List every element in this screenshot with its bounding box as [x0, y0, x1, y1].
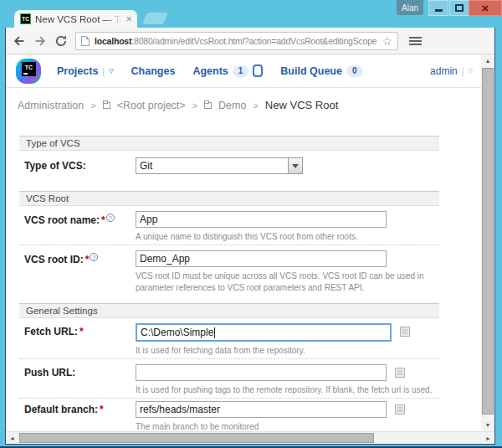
- default-branch-input[interactable]: refs/heads/master: [136, 401, 387, 418]
- horizontal-scrollbar[interactable]: ◄ ►: [6, 431, 494, 444]
- vertical-scrollbar[interactable]: ▲ ▼: [481, 54, 494, 431]
- nav-separator: |: [102, 66, 105, 76]
- menu-icon[interactable]: [409, 37, 422, 45]
- scroll-right-icon[interactable]: ►: [482, 432, 494, 444]
- breadcrumb-demo[interactable]: Demo: [218, 100, 246, 111]
- breadcrumb-separator: >: [192, 100, 197, 111]
- browser-window: Alan × TC New VCS Root — TeamCit × local…: [0, 0, 502, 448]
- forward-icon: [33, 34, 47, 48]
- vcs-root-name-label: VCS root name:*?: [19, 211, 136, 243]
- section-header-general-settings: General Settings: [19, 303, 439, 318]
- user-separator: |: [462, 66, 464, 76]
- horizontal-scrollbar-thumb[interactable]: [19, 433, 374, 443]
- type-of-vcs-label: Type of VCS:: [19, 157, 136, 174]
- vertical-scrollbar-thumb[interactable]: [482, 68, 494, 415]
- nav-changes[interactable]: Changes: [131, 65, 176, 77]
- page-viewport: TC Projects | ▽ Changes Agents 1: [6, 54, 494, 444]
- vcs-root-id-input[interactable]: Demo_App: [136, 250, 387, 267]
- required-asterisk: *: [85, 254, 90, 265]
- url-host: localhost: [95, 36, 131, 46]
- chevron-down-icon[interactable]: ▽: [109, 68, 113, 75]
- page-title: New VCS Root: [265, 99, 338, 111]
- vcs-root-name-row: VCS root name:*? App A unique name to di…: [19, 206, 439, 245]
- nav-agents-label: Agents: [192, 65, 228, 77]
- reload-icon: [54, 34, 68, 48]
- push-url-row: Push URL: It is used for pushing tags to…: [19, 358, 439, 398]
- tab-close-icon[interactable]: ×: [126, 13, 132, 24]
- select-dropdown-button[interactable]: [288, 158, 302, 173]
- teamcity-header: TC Projects | ▽ Changes Agents 1: [6, 54, 494, 88]
- vcs-root-name-hint: A unique name to distinguish this VCS ro…: [136, 231, 439, 243]
- close-button[interactable]: ×: [469, 0, 502, 16]
- fetch-url-hint: It is used for fetching data from the re…: [136, 345, 439, 357]
- back-button[interactable]: [13, 34, 26, 48]
- back-icon: [13, 34, 26, 48]
- scroll-up-icon[interactable]: ▲: [481, 54, 494, 67]
- type-of-vcs-value: Git: [136, 158, 288, 173]
- build-queue-count-badge: 0: [346, 65, 363, 77]
- user-menu[interactable]: admin | ▽: [430, 65, 473, 77]
- push-url-input[interactable]: [136, 364, 387, 381]
- project-icon: [103, 102, 110, 109]
- vcs-root-name-input[interactable]: App: [136, 211, 387, 228]
- vcs-root-id-hint-line2: parameter references to VCS root paramet…: [136, 282, 439, 294]
- maximize-button[interactable]: [449, 0, 469, 16]
- browser-client-area: localhost:8080/admin/editVcsRoot.html?ac…: [5, 28, 495, 445]
- nav-agents[interactable]: Agents 1: [192, 64, 263, 77]
- teamcity-logo[interactable]: TC: [16, 59, 41, 84]
- help-icon[interactable]: ?: [90, 253, 98, 261]
- help-icon[interactable]: ?: [106, 214, 115, 222]
- browser-toolbar: localhost:8080/admin/editVcsRoot.html?ac…: [6, 28, 494, 54]
- tab-title: New VCS Root — TeamCit: [35, 14, 121, 24]
- fetch-url-row: Fetch URL:* C:\Demo\Simple It is used fo…: [19, 318, 439, 358]
- reload-button[interactable]: [54, 34, 68, 48]
- minimize-button[interactable]: [428, 0, 448, 16]
- url-text: localhost:8080/admin/editVcsRoot.html?ac…: [95, 36, 376, 46]
- text-caret: [214, 327, 215, 338]
- default-branch-row: Default branch:* refs/heads/master The m…: [19, 398, 439, 435]
- vcs-root-id-label: VCS root ID:*?: [19, 250, 136, 294]
- forward-button[interactable]: [33, 34, 47, 48]
- maximize-icon: [455, 4, 464, 12]
- section-header-type-of-vcs: Type of VCS: [19, 136, 439, 151]
- agents-count-badge: 1: [233, 65, 249, 77]
- breadcrumb-separator: >: [253, 100, 258, 111]
- field-expand-button[interactable]: [400, 327, 410, 337]
- breadcrumb: Administration > <Root project> > Demo >…: [6, 88, 494, 113]
- profile-badge[interactable]: Alan: [397, 0, 423, 15]
- nav-build-queue-label: Build Queue: [280, 65, 342, 77]
- project-icon: [204, 102, 212, 109]
- push-url-label: Push URL:: [19, 364, 136, 396]
- scroll-down-icon[interactable]: ▼: [481, 419, 494, 431]
- push-url-hint: It is used for pushing tags to the remot…: [136, 384, 439, 396]
- close-icon: ×: [482, 1, 489, 15]
- user-name: admin: [430, 65, 458, 77]
- nav-projects[interactable]: Projects | ▽: [57, 65, 114, 77]
- fetch-url-label: Fetch URL:*: [19, 323, 136, 357]
- page-icon: [81, 36, 90, 46]
- url-path: :8080/admin/editVcsRoot.html?action=addV…: [131, 36, 376, 46]
- fetch-url-input[interactable]: C:\Demo\Simple: [136, 323, 392, 342]
- vcs-root-form: Type of VCS Type of VCS: Git VCS Root VC…: [19, 136, 439, 435]
- breadcrumb-administration[interactable]: Administration: [18, 100, 84, 111]
- bookmark-star-icon[interactable]: ☆: [382, 35, 392, 47]
- nav-changes-label: Changes: [131, 65, 176, 77]
- vcs-root-id-row: VCS root ID:*? Demo_App VCS root ID must…: [19, 245, 439, 296]
- required-asterisk: *: [101, 214, 105, 226]
- field-expand-button[interactable]: [395, 368, 405, 378]
- breadcrumb-root-project[interactable]: <Root project>: [117, 100, 186, 111]
- chevron-down-icon[interactable]: ▽: [469, 68, 473, 75]
- teamcity-logo-tc: TC: [22, 62, 36, 76]
- required-asterisk: *: [79, 326, 84, 337]
- minimize-icon: [435, 9, 443, 12]
- nav-projects-label: Projects: [57, 65, 98, 77]
- nav-build-queue[interactable]: Build Queue 0: [280, 65, 362, 77]
- new-tab-button[interactable]: [142, 13, 168, 24]
- field-expand-button[interactable]: [395, 404, 405, 415]
- type-of-vcs-select[interactable]: Git: [136, 157, 303, 174]
- url-bar[interactable]: localhost:8080/admin/editVcsRoot.html?ac…: [75, 32, 398, 50]
- agent-status-icon: [253, 64, 263, 77]
- vcs-root-id-hint-line1: VCS root ID must be unique across all VC…: [136, 270, 439, 282]
- scroll-left-icon[interactable]: ◄: [6, 432, 18, 444]
- browser-tab[interactable]: TC New VCS Root — TeamCit ×: [14, 10, 137, 28]
